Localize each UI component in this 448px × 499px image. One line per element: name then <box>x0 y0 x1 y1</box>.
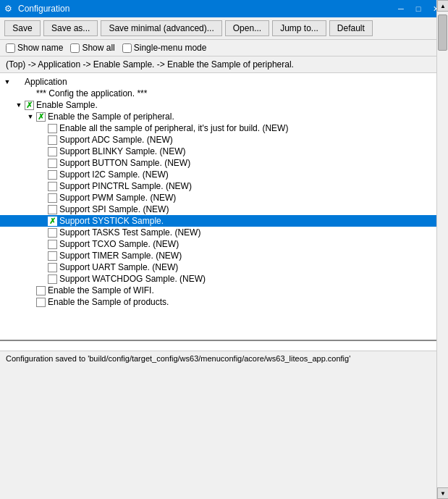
item-label: Enable the Sample of WIFI. <box>48 285 154 295</box>
breadcrumb: (Top) -> Application -> Enable Sample. -… <box>0 56 448 73</box>
item-checkbox[interactable] <box>48 124 57 133</box>
open-button[interactable]: Open... <box>225 20 269 36</box>
item-checkbox[interactable] <box>36 112 46 122</box>
info-scrollbar[interactable]: ▲ ▼ <box>436 0 448 499</box>
expand-icon <box>38 159 46 167</box>
tree-item[interactable]: ▼Application <box>0 76 448 88</box>
app-icon: ⚙ <box>4 4 14 14</box>
maximize-button[interactable]: □ <box>410 2 426 15</box>
tree-item[interactable]: Support PINCTRL Sample. (NEW) <box>0 180 448 192</box>
expand-icon <box>38 182 46 190</box>
tree-item[interactable]: Enable the Sample of WIFI. <box>0 285 448 296</box>
expand-icon <box>38 124 46 133</box>
item-checkbox[interactable] <box>48 263 57 272</box>
default-button[interactable]: Default <box>329 20 373 36</box>
item-checkbox[interactable] <box>48 217 57 226</box>
expand-icon <box>38 205 46 214</box>
save-as-button[interactable]: Save as... <box>43 20 98 36</box>
tree-panel[interactable]: ▼Application*** Config the application. … <box>0 73 448 341</box>
item-label: Support BUTTON Sample. (NEW) <box>59 158 190 168</box>
tree-item[interactable]: Support SYSTICK Sample. <box>0 215 448 227</box>
expand-icon <box>38 135 46 144</box>
item-checkbox[interactable] <box>48 240 57 249</box>
single-menu-label: Single-menu mode <box>134 43 207 53</box>
show-all-option[interactable]: Show all <box>70 43 114 53</box>
item-label: Support I2C Sample. (NEW) <box>59 169 169 180</box>
show-name-option[interactable]: Show name <box>6 43 63 53</box>
expand-icon <box>38 228 46 237</box>
info-scroll-down[interactable]: ▼ <box>437 487 448 499</box>
tree-item[interactable]: Support TASKS Test Sample. (NEW) <box>0 227 448 238</box>
item-label: Support WATCHDOG Sample. (NEW) <box>59 274 206 284</box>
title-bar: ⚙ Configuration ─ □ ✕ <box>0 0 448 17</box>
tree-item[interactable]: Support BLINKY Sample. (NEW) <box>0 146 448 157</box>
expand-icon <box>38 251 46 260</box>
item-label: Enable the Sample of products. <box>48 297 169 307</box>
show-name-label: Show name <box>17 43 63 53</box>
item-label: Support BLINKY Sample. (NEW) <box>59 146 186 156</box>
item-label: Support TASKS Test Sample. (NEW) <box>59 227 200 238</box>
expand-icon[interactable]: ▼ <box>26 112 35 121</box>
tree-item[interactable]: Support UART Sample. (NEW) <box>0 261 448 273</box>
single-menu-checkbox[interactable] <box>122 43 132 53</box>
tree-item[interactable]: Support SPI Sample. (NEW) <box>0 204 448 215</box>
item-label: Support PINCTRL Sample. (NEW) <box>59 181 192 191</box>
info-panel: SAMPLE_SUPPORT_SYSTICK This option means… <box>0 341 448 351</box>
save-minimal-button[interactable]: Save minimal (advanced)... <box>101 20 221 36</box>
item-checkbox[interactable] <box>48 135 57 145</box>
tree-item[interactable]: *** Config the application. *** <box>0 88 448 99</box>
item-checkbox[interactable] <box>48 147 57 156</box>
jump-to-button[interactable]: Jump to... <box>272 20 326 36</box>
item-checkbox[interactable] <box>48 274 57 284</box>
tree-item[interactable]: Support ADC Sample. (NEW) <box>0 134 448 146</box>
save-button[interactable]: Save <box>4 20 41 36</box>
tree-item[interactable]: Enable all the sample of peripheral, it'… <box>0 122 448 134</box>
info-scroll-track[interactable] <box>437 12 448 487</box>
tree-container: ▼Application*** Config the application. … <box>0 73 448 311</box>
tree-item[interactable]: Support PWM Sample. (NEW) <box>0 192 448 204</box>
item-checkbox[interactable] <box>48 251 57 261</box>
item-label: Support PWM Sample. (NEW) <box>59 193 176 203</box>
expand-icon <box>38 170 46 179</box>
show-all-checkbox[interactable] <box>70 43 80 53</box>
item-checkbox[interactable] <box>48 159 57 168</box>
tree-item[interactable]: Support TCXO Sample. (NEW) <box>0 238 448 250</box>
item-checkbox[interactable] <box>36 286 46 295</box>
expand-icon <box>38 240 46 248</box>
expand-icon[interactable]: ▼ <box>14 101 23 109</box>
main-area: ▼Application*** Config the application. … <box>0 73 448 351</box>
item-checkbox[interactable] <box>48 193 57 203</box>
item-checkbox[interactable] <box>25 101 34 110</box>
expand-icon <box>38 274 46 283</box>
status-text: Configuration saved to 'build/config/tar… <box>6 354 350 363</box>
show-all-label: Show all <box>82 43 114 53</box>
options-bar: Show name Show all Single-menu mode <box>0 40 448 56</box>
tree-item[interactable]: ▼Enable Sample. <box>0 99 448 111</box>
tree-item[interactable]: Enable the Sample of products. <box>0 296 448 308</box>
tree-item[interactable]: Support BUTTON Sample. (NEW) <box>0 157 448 169</box>
expand-icon <box>14 89 23 98</box>
item-label: Enable the Sample of peripheral. <box>48 112 174 122</box>
tree-item[interactable]: Support TIMER Sample. (NEW) <box>0 250 448 261</box>
info-scroll-thumb[interactable] <box>438 14 447 51</box>
item-checkbox[interactable] <box>48 205 57 214</box>
info-scroll-up[interactable]: ▲ <box>437 0 448 12</box>
minimize-button[interactable]: ─ <box>393 2 409 15</box>
tree-item[interactable]: ▼Enable the Sample of peripheral. <box>0 111 448 122</box>
item-checkbox[interactable] <box>48 170 57 180</box>
item-label: Enable all the sample of peripheral, it'… <box>59 123 288 133</box>
single-menu-option[interactable]: Single-menu mode <box>122 43 207 53</box>
item-checkbox[interactable] <box>48 228 57 238</box>
item-label: Enable Sample. <box>36 100 98 110</box>
expand-icon <box>38 263 46 272</box>
item-checkbox[interactable] <box>36 298 46 307</box>
tree-item[interactable]: Support I2C Sample. (NEW) <box>0 169 448 180</box>
item-checkbox[interactable] <box>48 182 57 191</box>
expand-icon <box>26 286 35 295</box>
item-label: *** Config the application. *** <box>36 88 147 98</box>
show-name-checkbox[interactable] <box>6 43 15 53</box>
item-label: Support SYSTICK Sample. <box>59 216 164 226</box>
expand-icon[interactable]: ▼ <box>3 77 12 86</box>
tree-item[interactable]: Support WATCHDOG Sample. (NEW) <box>0 273 448 285</box>
expand-icon <box>38 147 46 156</box>
